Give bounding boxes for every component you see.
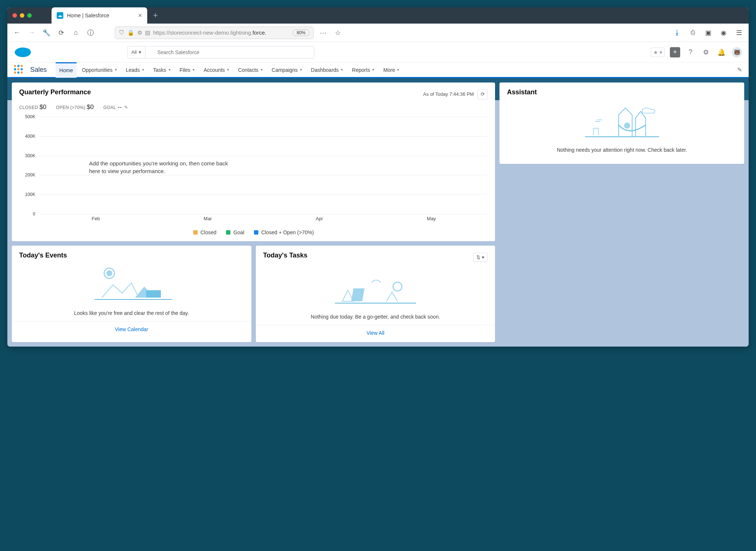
assistant-illustration	[507, 101, 737, 142]
help-icon[interactable]: ?	[685, 47, 696, 57]
nav-item-home[interactable]: Home	[56, 62, 77, 78]
gridline	[40, 194, 488, 195]
nav-item-opportunities[interactable]: Opportunities▾	[78, 62, 120, 78]
url-bar[interactable]: ⛉ 🔒 ⚙ ▤ https://storeconnect-new-demo.li…	[115, 27, 314, 39]
chevron-down-icon: ▾	[372, 67, 374, 72]
legend-swatch	[254, 230, 258, 235]
chevron-down-icon: ▾	[115, 67, 117, 72]
edit-nav-pencil-icon[interactable]: ✎	[737, 66, 742, 73]
goal-label: GOAL	[103, 105, 116, 110]
chart-legend: ClosedGoalClosed + Open (>70%)	[19, 229, 488, 235]
closed-label: CLOSED	[19, 105, 38, 110]
nav-item-contacts[interactable]: Contacts▾	[234, 62, 266, 78]
url-text: https://storeconnect-new-demo.lightning.…	[153, 29, 266, 36]
notifications-bell-icon[interactable]: 🔔	[716, 47, 727, 57]
nav-item-campaigns[interactable]: Campaigns▾	[268, 62, 306, 78]
x-tick: May	[427, 216, 436, 221]
nav-item-label: Home	[59, 67, 73, 73]
card-title: Assistant	[507, 88, 737, 96]
events-illustration	[19, 264, 244, 305]
nav-item-reports[interactable]: Reports▾	[348, 62, 378, 78]
chevron-down-icon: ▾	[300, 67, 302, 72]
refresh-button[interactable]: ⟳	[477, 89, 488, 99]
tab-title: Home | Salesforce	[67, 13, 109, 18]
bookmark-star-button[interactable]: ☆	[333, 28, 343, 38]
minimize-window-button[interactable]	[20, 13, 24, 18]
close-tab-button[interactable]: ×	[138, 12, 142, 20]
svg-point-4	[106, 270, 112, 276]
card-title: Quarterly Performance	[19, 88, 91, 96]
nav-item-accounts[interactable]: Accounts▾	[200, 62, 233, 78]
closed-value: $0	[39, 103, 46, 110]
home-button[interactable]: ⌂	[71, 28, 81, 38]
todays-events-card: Today's Events Looks like you're free an…	[12, 246, 251, 342]
legend-label: Closed	[201, 229, 217, 235]
nav-item-tasks[interactable]: Tasks▾	[149, 62, 174, 78]
info-button[interactable]: ⓘ	[85, 28, 96, 38]
task-filter-dropdown[interactable]: ⇅▾	[473, 253, 488, 262]
downloads-button[interactable]: ⭳	[672, 28, 682, 38]
gridline	[40, 156, 488, 156]
user-avatar[interactable]: 🐻	[732, 47, 742, 57]
library-button[interactable]: ⎙	[688, 28, 698, 38]
performance-chart: Add the opportunities you're working on,…	[19, 117, 488, 227]
maximize-window-button[interactable]	[27, 13, 32, 18]
legend-item: Closed + Open (>70%)	[254, 229, 314, 235]
dev-tools-button[interactable]: 🔧	[41, 28, 52, 38]
svg-point-1	[15, 50, 23, 56]
zoom-level[interactable]: 80%	[293, 29, 310, 36]
nav-item-label: Files	[180, 67, 191, 73]
assistant-empty-message: Nothing needs your attention right now. …	[507, 147, 737, 153]
page-actions-button[interactable]: ⋯	[318, 28, 328, 38]
chevron-down-icon: ▾	[192, 67, 195, 72]
page-body: Quarterly Performance As of Today 7:44:3…	[7, 78, 749, 347]
assistant-card: Assistant Nothing needs your attention r…	[499, 83, 744, 164]
chevron-down-icon: ▾	[341, 67, 343, 72]
nav-item-leads[interactable]: Leads▾	[122, 62, 148, 78]
legend-item: Closed	[193, 229, 217, 235]
edit-goal-pencil-icon[interactable]: ✎	[124, 105, 128, 110]
legend-label: Goal	[233, 229, 244, 235]
nav-item-label: Opportunities	[82, 67, 112, 73]
gridline	[40, 136, 488, 137]
nav-item-label: Contacts	[238, 67, 258, 73]
menu-button[interactable]: ☰	[734, 28, 744, 38]
nav-item-label: Dashboards	[311, 67, 339, 73]
tasks-illustration	[263, 268, 488, 309]
browser-tab[interactable]: ☁ Home | Salesforce ×	[52, 7, 147, 24]
performance-metrics: CLOSED$0 OPEN (>70%)$0 GOAL--✎	[19, 103, 488, 111]
chevron-down-icon: ▾	[660, 49, 662, 55]
search-input[interactable]	[145, 46, 314, 59]
svg-point-8	[624, 123, 630, 129]
nav-item-more[interactable]: More▾	[379, 62, 403, 78]
search-scope-dropdown[interactable]: All ▾	[127, 46, 145, 59]
browser-toolbar: ← → 🔧 ⟳ ⌂ ⓘ ⛉ 🔒 ⚙ ▤ https://storeconnect…	[7, 24, 749, 42]
nav-item-dashboards[interactable]: Dashboards▾	[307, 62, 347, 78]
goal-value: --	[117, 103, 121, 110]
new-tab-button[interactable]: +	[147, 11, 164, 20]
view-all-tasks-link[interactable]: View All	[367, 330, 385, 336]
setup-gear-icon[interactable]: ⚙	[701, 47, 711, 57]
card-title: Today's Events	[19, 252, 244, 259]
x-tick: Apr	[316, 216, 323, 221]
gridline	[40, 214, 488, 214]
nav-item-files[interactable]: Files▾	[176, 62, 199, 78]
svg-rect-5	[146, 290, 161, 298]
back-button[interactable]: ←	[12, 28, 22, 38]
view-calendar-link[interactable]: View Calendar	[115, 326, 148, 332]
nav-item-label: Campaigns	[272, 67, 298, 73]
favorites-button[interactable]: ★ ▾	[651, 48, 665, 57]
reload-button[interactable]: ⟳	[56, 28, 66, 38]
y-tick: 500K	[25, 114, 35, 119]
global-actions-button[interactable]: +	[670, 47, 680, 57]
sidebar-button[interactable]: ▣	[703, 28, 713, 38]
open-value: $0	[87, 103, 94, 110]
chevron-down-icon: ▾	[397, 67, 399, 72]
reader-icon: ▤	[145, 29, 150, 36]
forward-button[interactable]: →	[27, 28, 37, 38]
account-button[interactable]: ◉	[718, 28, 729, 38]
svg-point-2	[22, 48, 31, 55]
app-launcher-button[interactable]	[14, 65, 24, 75]
close-window-button[interactable]	[13, 13, 17, 18]
svg-point-7	[393, 282, 402, 291]
